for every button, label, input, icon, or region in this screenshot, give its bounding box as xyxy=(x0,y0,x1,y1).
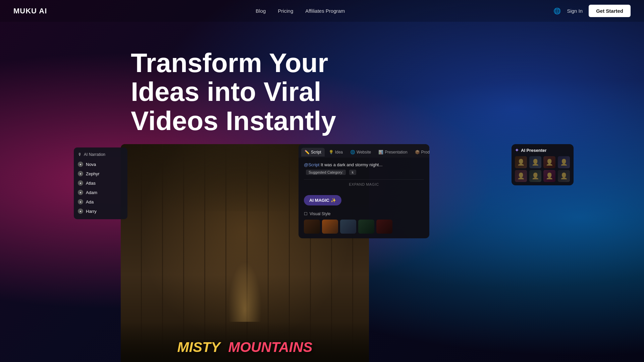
tab-website[interactable]: 🌐 Website xyxy=(347,148,374,157)
ai-presenter-panel: ✦ AI Presenter xyxy=(512,144,574,185)
logo: MUKU AI xyxy=(13,7,47,15)
vs-thumb-5[interactable] xyxy=(376,220,392,234)
ai-magic-button[interactable]: AI MAGIC ✨ xyxy=(304,195,341,205)
presenter-thumb-3[interactable] xyxy=(543,156,555,168)
visual-style-section: ☐ Visual Style xyxy=(304,212,424,234)
idea-icon: 💡 xyxy=(329,150,334,155)
presenter-grid xyxy=(515,156,570,182)
ai-narration-label: AI Narration xyxy=(84,152,105,157)
presenter-thumb-6[interactable] xyxy=(529,170,541,182)
presentation-icon: 📊 xyxy=(378,150,383,155)
misty-text: MISTY xyxy=(177,339,220,355)
voice-dot-nova: ● xyxy=(78,162,83,167)
script-panel: ✏️ Script 💡 Idea 🌐 Website 📊 Presentatio… xyxy=(299,144,429,238)
vs-thumb-2[interactable] xyxy=(322,220,338,234)
voice-dot-zephyr: ● xyxy=(78,171,83,176)
visual-style-thumbnails xyxy=(304,220,424,234)
mountains-text: MOUNTAINS xyxy=(228,339,312,355)
checkbox-icon: ☐ xyxy=(304,212,308,216)
voice-name-atlas: Atlas xyxy=(86,181,96,186)
script-input-line: @Script It was a dark and stormy night..… xyxy=(304,162,424,167)
voice-name-nova: Nova xyxy=(86,162,96,167)
voice-name-harry: Harry xyxy=(86,209,97,214)
vs-thumb-4[interactable] xyxy=(358,220,374,234)
globe-icon[interactable]: 🌐 xyxy=(553,7,561,15)
tab-presentation[interactable]: 📊 Presentation xyxy=(375,148,411,157)
tab-script[interactable]: ✏️ Script xyxy=(301,148,325,157)
presenter-thumb-8[interactable] xyxy=(558,170,570,182)
voice-name-ada: Ada xyxy=(86,199,94,204)
tab-script-label: Script xyxy=(311,150,321,155)
script-at-prefix: @Script xyxy=(304,162,319,167)
voice-dot-ada: ● xyxy=(78,199,83,204)
voice-dot-harry: ● xyxy=(78,208,83,214)
vs-thumb-1[interactable] xyxy=(304,220,320,234)
presenter-thumb-5[interactable] xyxy=(515,170,527,182)
vs-thumb-3[interactable] xyxy=(340,220,356,234)
voice-zephyr[interactable]: ● Zephyr xyxy=(74,169,127,178)
nav-right: 🌐 Sign In Get Started xyxy=(553,5,631,17)
hero-title: Transform Your Ideas into Viral Videos I… xyxy=(131,49,345,135)
mic-icon: 🎙 xyxy=(78,152,82,157)
nav-link-affiliates[interactable]: Affiliates Program xyxy=(305,8,345,14)
ai-star-icon: ✦ xyxy=(515,147,519,153)
visual-style-label: Visual Style xyxy=(310,212,330,216)
tab-product[interactable]: 📦 Produc xyxy=(412,148,429,157)
script-icon: ✏️ xyxy=(305,150,310,155)
visual-style-header: ☐ Visual Style xyxy=(304,212,424,216)
suggested-label: Suggested Category: xyxy=(306,170,346,175)
voice-nova[interactable]: ● Nova xyxy=(74,160,127,169)
voice-harry[interactable]: ● Harry xyxy=(74,206,127,216)
demo-area: MISTY MOUNTAINS 🎙 AI Narration ● Nova ● … xyxy=(74,144,644,362)
voice-atlas[interactable]: ● Atlas xyxy=(74,178,127,188)
nav-links: Blog Pricing Affiliates Program xyxy=(256,8,345,14)
nav-link-blog[interactable]: Blog xyxy=(256,8,266,14)
presenter-thumb-1[interactable] xyxy=(515,156,527,168)
ai-presenter-header: ✦ AI Presenter xyxy=(515,147,570,153)
ai-narration-header: 🎙 AI Narration xyxy=(74,151,127,160)
nav-link-pricing[interactable]: Pricing xyxy=(278,8,293,14)
script-text: It was a dark and stormy night... xyxy=(321,162,382,167)
script-tabs: ✏️ Script 💡 Idea 🌐 Website 📊 Presentatio… xyxy=(299,144,429,158)
tab-product-label: Produc xyxy=(421,150,429,155)
website-icon: 🌐 xyxy=(350,150,355,155)
presenter-thumb-7[interactable] xyxy=(543,170,555,182)
signin-button[interactable]: Sign In xyxy=(567,8,583,14)
voice-dot-adam: ● xyxy=(78,190,83,195)
suggested-value-badge: k xyxy=(349,170,357,175)
navbar: MUKU AI Blog Pricing Affiliates Program … xyxy=(0,0,644,22)
voice-dot-atlas: ● xyxy=(78,180,83,186)
presenter-thumb-2[interactable] xyxy=(529,156,541,168)
tab-presentation-label: Presentation xyxy=(385,150,407,155)
tab-website-label: Website xyxy=(357,150,371,155)
script-body: @Script It was a dark and stormy night..… xyxy=(299,158,429,238)
voice-ada[interactable]: ● Ada xyxy=(74,197,127,206)
video-title-overlay: MISTY MOUNTAINS xyxy=(177,339,312,355)
voice-name-zephyr: Zephyr xyxy=(86,171,99,176)
product-icon: 📦 xyxy=(415,150,420,155)
getstarted-button[interactable]: Get Started xyxy=(589,5,631,17)
voice-adam[interactable]: ● Adam xyxy=(74,188,127,197)
voice-name-adam: Adam xyxy=(86,190,97,195)
suggested-category: Suggested Category: k xyxy=(304,170,424,175)
ai-presenter-label: AI Presenter xyxy=(521,148,547,153)
tab-idea-label: Idea xyxy=(335,150,343,155)
presenter-thumb-4[interactable] xyxy=(558,156,570,168)
expand-magic-label: EXPAND MAGIC xyxy=(304,179,424,189)
tab-idea[interactable]: 💡 Idea xyxy=(325,148,346,157)
ai-narration-panel: 🎙 AI Narration ● Nova ● Zephyr ● Atlas ●… xyxy=(74,147,127,219)
